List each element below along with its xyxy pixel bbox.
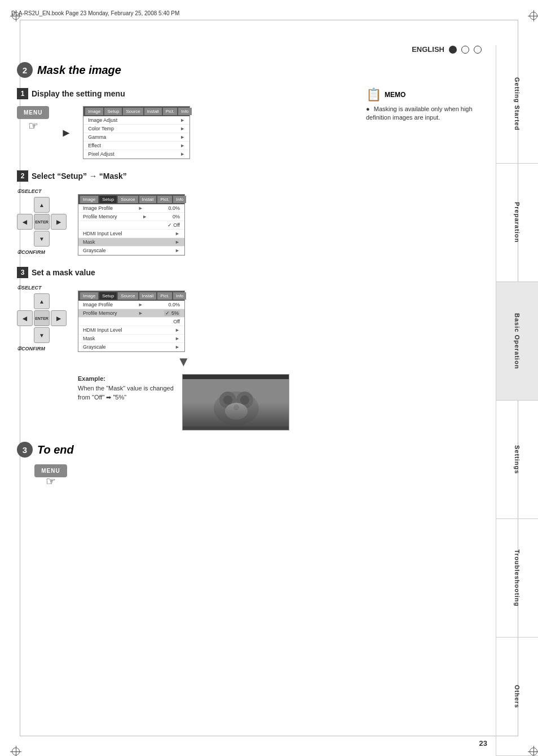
- example-description: When the "Mask" value is changedfrom "Of…: [78, 384, 174, 402]
- tab2-pict[interactable]: Pict.: [157, 196, 172, 203]
- dpad-down[interactable]: ▼: [34, 231, 50, 247]
- tab2-setup[interactable]: Setup: [99, 196, 117, 203]
- dpad-3: ▲ ◀ ENTER ▶ ▼: [17, 293, 67, 343]
- language-header: ENGLISH: [412, 45, 482, 54]
- dpad3-left[interactable]: ◀: [17, 310, 33, 326]
- dpad3-empty-bl: [17, 327, 33, 343]
- section3-menu: MENU ☞: [28, 464, 73, 488]
- menu3-profile-memory: Profile Memory ► ✓ 5%: [78, 309, 184, 318]
- menu3-grayscale: Grayscale ►: [78, 343, 184, 351]
- tab2-info[interactable]: Info: [173, 196, 186, 203]
- svg-rect-2: [183, 427, 289, 430]
- example-text-container: Example: When the "Mask" value is change…: [78, 374, 174, 402]
- svg-rect-0: [183, 375, 289, 430]
- dpad3-enter[interactable]: ENTER: [34, 310, 50, 326]
- tab-source[interactable]: Source: [123, 108, 143, 115]
- circle-filled: [449, 46, 457, 54]
- step3-heading: 3 Set a mask value: [17, 267, 484, 278]
- memo-title: 📋 MEMO: [366, 87, 490, 102]
- section2-circle: 2: [17, 62, 33, 78]
- step3-container: 3 Set a mask value ①SELECT ▲ ◀ ENTER ▶ ▼…: [17, 267, 484, 430]
- tab2-install[interactable]: Install: [139, 196, 157, 203]
- dpad-empty-tl: [17, 197, 33, 213]
- sidebar-tab-others[interactable]: Others: [496, 638, 538, 756]
- sidebar-tab-getting-started[interactable]: Getting Started: [496, 45, 538, 164]
- dpad3-down[interactable]: ▼: [34, 327, 50, 343]
- step3-num: 3: [17, 267, 28, 278]
- menu-mockup-2: Image Setup Source Install Pict. Info Im…: [78, 194, 185, 256]
- menu-row-image-adjust: Image Adjust►: [83, 116, 189, 125]
- circle-empty-2: [474, 46, 482, 54]
- sidebar-tab-basic-operation[interactable]: Basic Operation: [496, 282, 538, 401]
- sidebar-tab-settings[interactable]: Settings: [496, 401, 538, 519]
- section3-heading: 3 To end: [17, 442, 484, 458]
- step2-num: 2: [17, 170, 28, 182]
- dpad3-empty-tr: [51, 293, 67, 309]
- menu2-grayscale: Grayscale ►: [78, 247, 184, 255]
- menu2-profile-memory: Profile Memory ► 0%: [78, 213, 184, 221]
- tab3-info[interactable]: Info: [173, 292, 186, 300]
- memo-content: Masking is available only when high defi…: [366, 106, 473, 121]
- down-arrow: ▼: [78, 354, 289, 370]
- confirm-label-2: ②CONFIRM: [17, 249, 45, 255]
- menu-button[interactable]: MENU: [17, 106, 49, 119]
- menu-header-1: Image Setup Source Install Pict. Info: [83, 107, 189, 116]
- dpad-right[interactable]: ▶: [51, 214, 67, 230]
- memo-title-text: MEMO: [385, 91, 405, 99]
- dpad3-empty-tl: [17, 293, 33, 309]
- sidebar-tab-preparation[interactable]: Preparation: [496, 164, 538, 282]
- tab-pict[interactable]: Pict.: [163, 108, 178, 115]
- tab3-source[interactable]: Source: [118, 292, 138, 300]
- svg-rect-1: [183, 375, 289, 379]
- step2-container: 2 Select “Setup” → “Mask” ①SELECT ▲ ◀ EN…: [17, 170, 484, 256]
- menu-mockup-2-wrapper: Image Setup Source Install Pict. Info Im…: [78, 194, 185, 256]
- file-info-text: DLA-RS2U_EN.book Page 23 Monday, Februar…: [11, 10, 179, 16]
- section3-hand-icon: ☞: [46, 474, 56, 488]
- tab3-pict[interactable]: Pict.: [157, 292, 172, 300]
- memo-icon: 📋: [366, 87, 381, 102]
- panda-svg: [183, 375, 289, 430]
- dpad3-empty-br: [51, 327, 67, 343]
- tab-setup[interactable]: Setup: [104, 108, 122, 115]
- step2-label: Select “Setup” → “Mask”: [32, 172, 127, 181]
- language-label: ENGLISH: [412, 45, 444, 54]
- tab3-image[interactable]: Image: [80, 292, 98, 300]
- tab3-setup[interactable]: Setup: [99, 292, 117, 300]
- menu-header-2: Image Setup Source Install Pict. Info: [78, 195, 184, 204]
- tab3-install[interactable]: Install: [139, 292, 157, 300]
- menu-control: MENU ☞: [17, 106, 49, 133]
- dpad-up[interactable]: ▲: [34, 197, 50, 213]
- memo-text: ● Masking is available only when high de…: [366, 105, 490, 122]
- menu2-hdmi: HDMI Input Level ►: [78, 230, 184, 238]
- dpad-left[interactable]: ◀: [17, 214, 33, 230]
- dpad3-up[interactable]: ▲: [34, 293, 50, 309]
- step1-label: Display the setting menu: [32, 89, 125, 98]
- circle-empty-1: [461, 46, 469, 54]
- sidebar-tab-troubleshooting[interactable]: Troubleshooting: [496, 519, 538, 638]
- menu-mockup-1: Image Setup Source Install Pict. Info Im…: [83, 106, 190, 159]
- dpad-empty-tr: [51, 197, 67, 213]
- tab-install[interactable]: Install: [144, 108, 162, 115]
- step3-control: ①SELECT ▲ ◀ ENTER ▶ ▼ ②CONFIRM: [17, 285, 67, 351]
- menu3-off-row: Off: [78, 318, 184, 326]
- dpad3-right[interactable]: ▶: [51, 310, 67, 326]
- dpad-empty-br: [51, 231, 67, 247]
- section3-circle: 3: [17, 442, 33, 458]
- dpad-2: ▲ ◀ ENTER ▶ ▼: [17, 197, 67, 247]
- dpad-enter[interactable]: ENTER: [34, 214, 50, 230]
- tab2-source[interactable]: Source: [118, 196, 138, 203]
- menu2-mask: Mask ►: [78, 238, 184, 247]
- tab-image[interactable]: Image: [85, 108, 103, 115]
- tab2-image[interactable]: Image: [80, 196, 98, 203]
- example-label: Example:: [78, 374, 174, 384]
- section2-title: Mask the image: [37, 64, 121, 77]
- step2-layout: ①SELECT ▲ ◀ ENTER ▶ ▼ ②CONFIRM: [17, 188, 484, 256]
- page-number: 23: [479, 739, 487, 748]
- menu2-image-profile: Image Profile ► 0.0%: [78, 204, 184, 213]
- section3-container: 3 To end MENU ☞: [17, 442, 484, 488]
- menu-row-effect: Effect►: [83, 142, 189, 150]
- svg-point-7: [240, 395, 249, 405]
- panda-image: [182, 374, 289, 430]
- select-label-3: ①SELECT: [17, 285, 42, 291]
- tab-info[interactable]: Info: [178, 108, 191, 115]
